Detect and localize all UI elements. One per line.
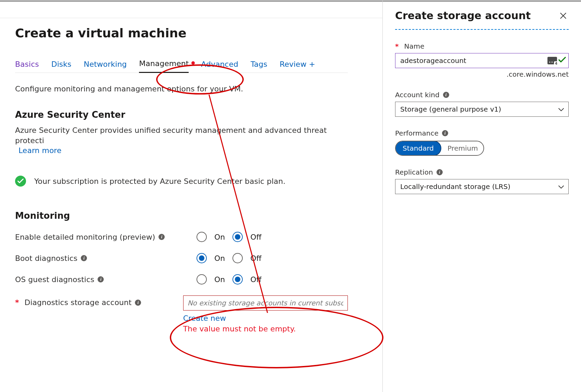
diag-error-text: The value must not be empty. — [183, 325, 348, 333]
detailed-off-radio[interactable] — [232, 232, 243, 242]
tab-management[interactable]: Management — [139, 59, 189, 73]
performance-label: Performance i — [395, 129, 569, 137]
valid-check-icon — [558, 57, 566, 64]
tab-label: Tags — [251, 60, 267, 68]
diag-storage-select[interactable] — [183, 295, 348, 311]
keyboard-badge: 4 — [554, 61, 558, 66]
check-circle-icon — [15, 176, 26, 187]
name-suffix: .core.windows.net — [395, 70, 569, 78]
create-new-link[interactable]: Create new — [183, 314, 348, 323]
boot-on-radio[interactable] — [197, 253, 207, 263]
keyboard-icon: 4 — [547, 57, 557, 64]
tab-review[interactable]: Review + — [280, 60, 315, 73]
detailed-monitoring-label: Enable detailed monitoring (preview) — [15, 233, 155, 241]
tab-networking[interactable]: Networking — [84, 60, 127, 73]
os-diagnostics-label: OS guest diagnostics — [15, 275, 94, 284]
tab-tags[interactable]: Tags — [251, 60, 267, 73]
create-storage-panel: Create storage account *Name 4 .core.win… — [382, 0, 581, 392]
row-detailed-monitoring: Enable detailed monitoring (preview) i O… — [15, 232, 348, 242]
boot-diagnostics-label: Boot diagnostics — [15, 254, 77, 263]
tab-label: Networking — [84, 60, 127, 68]
name-input[interactable] — [395, 53, 569, 68]
info-icon[interactable]: i — [442, 130, 448, 136]
panel-title: Create storage account — [395, 10, 531, 22]
security-heading: Azure Security Center — [15, 110, 348, 120]
row-diag-storage: * Diagnostics storage account i Create n… — [15, 295, 348, 333]
info-icon[interactable]: i — [98, 276, 104, 282]
tab-label: Basics — [15, 60, 39, 68]
chevron-down-icon — [558, 105, 564, 113]
panel-divider — [395, 29, 569, 30]
main-content: Create a virtual machine Basics Disks Ne… — [0, 0, 363, 392]
info-icon[interactable]: i — [135, 300, 141, 306]
replication-label: Replication i — [395, 168, 569, 176]
radio-on-label: On — [214, 254, 225, 263]
intro-text: Configure monitoring and management opti… — [15, 85, 348, 93]
tab-label: Management — [139, 59, 189, 68]
tabs: Basics Disks Networking Management Advan… — [15, 59, 348, 73]
chevron-down-icon — [558, 182, 564, 191]
security-status-text: Your subscription is protected by Azure … — [34, 177, 286, 186]
radio-on-label: On — [214, 233, 225, 241]
diag-storage-label: Diagnostics storage account — [25, 298, 132, 307]
account-kind-select[interactable]: Storage (general purpose v1) — [395, 102, 569, 117]
page-title: Create a virtual machine — [15, 26, 348, 40]
info-icon[interactable]: i — [81, 255, 87, 261]
replication-select[interactable]: Locally-redundant storage (LRS) — [395, 179, 569, 194]
performance-premium[interactable]: Premium — [441, 141, 484, 155]
info-icon[interactable]: i — [159, 234, 165, 240]
radio-off-label: Off — [250, 254, 261, 263]
security-status: Your subscription is protected by Azure … — [15, 176, 348, 187]
performance-standard[interactable]: Standard — [395, 141, 441, 156]
close-button[interactable] — [558, 10, 569, 21]
tab-label: Review + — [280, 60, 315, 68]
detailed-on-radio[interactable] — [197, 232, 207, 242]
error-dot-icon — [191, 61, 195, 65]
tab-basics[interactable]: Basics — [15, 60, 39, 73]
os-off-radio[interactable] — [232, 274, 243, 284]
os-on-radio[interactable] — [197, 274, 207, 284]
performance-toggle: Standard Premium — [395, 141, 484, 156]
required-asterisk: * — [15, 298, 19, 307]
security-body: Azure Security Center provides unified s… — [15, 125, 348, 156]
boot-off-radio[interactable] — [232, 253, 243, 263]
row-boot-diagnostics: Boot diagnostics i On Off — [15, 253, 348, 263]
tab-label: Advanced — [201, 60, 238, 68]
security-body-text: Azure Security Center provides unified s… — [15, 126, 327, 145]
close-icon — [559, 12, 567, 20]
radio-off-label: Off — [250, 233, 261, 241]
tab-advanced[interactable]: Advanced — [201, 60, 238, 73]
tab-disks[interactable]: Disks — [51, 60, 72, 73]
account-kind-label: Account kind i — [395, 91, 569, 99]
radio-off-label: Off — [250, 275, 261, 284]
radio-on-label: On — [214, 275, 225, 284]
learn-more-link[interactable]: Learn more — [18, 146, 61, 156]
row-os-diagnostics: OS guest diagnostics i On Off — [15, 274, 348, 284]
info-icon[interactable]: i — [437, 169, 443, 175]
tab-label: Disks — [51, 60, 72, 68]
account-kind-value: Storage (general purpose v1) — [400, 105, 501, 113]
name-label: *Name — [395, 42, 569, 50]
info-icon[interactable]: i — [443, 92, 449, 98]
monitoring-heading: Monitoring — [15, 211, 348, 221]
replication-value: Locally-redundant storage (LRS) — [400, 182, 510, 191]
